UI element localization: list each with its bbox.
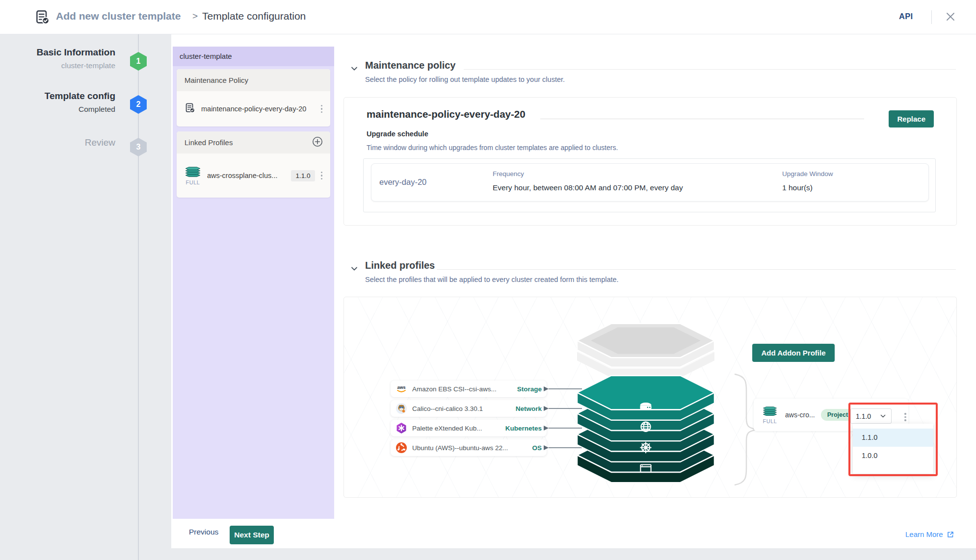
ubuntu-icon [396,442,407,454]
linked-section-chevron-icon[interactable] [350,265,358,275]
scope-label: FULL [186,179,200,185]
external-link-icon [947,531,954,538]
linked-profile-item[interactable]: FULL aws-crossplane-clus... 1.1.0 [177,153,330,198]
schedule-name: every-day-20 [379,178,426,187]
calico-icon [396,403,407,414]
maintenance-section-chevron-icon[interactable] [350,65,358,75]
step-badge-3: 3 [130,138,147,156]
kebab-menu-icon[interactable] [902,411,908,423]
maintenance-policy-header: Maintenance Policy [177,69,330,91]
linked-profile-name: aws-crossplane-clus... [207,172,277,179]
maintenance-policy-detail-card: maintenance-policy-every-day-20 Replace … [343,97,957,226]
close-icon[interactable] [945,11,956,24]
layer-category: Kubernetes [505,425,542,432]
layers-icon [762,406,778,417]
policy-doc-icon [185,102,195,115]
maintenance-section-title: Maintenance policy [365,60,456,71]
version-option-1-0-0[interactable]: 1.0.0 [853,447,933,465]
frequency-value: Every hour, between 08:00 AM and 07:00 P… [493,183,683,192]
step-label: Review [15,137,115,148]
add-addon-profile-button[interactable]: Add Addon Profile [752,344,835,362]
layer-pill-os[interactable]: Ubuntu (AWS)--ubuntu-aws 22... OS [391,439,547,456]
cluster-template-panel: cluster-template Maintenance Policy main… [173,47,334,519]
frequency-label: Frequency [493,170,524,178]
header-bar: Add new cluster template > Template conf… [0,0,976,34]
selected-version: 1.1.0 [856,412,871,420]
linked-section-subtitle: Select the profiles that will be applied… [365,276,619,283]
schedule-row: every-day-20 Frequency Every hour, betwe… [371,163,929,202]
profile-scope: FULL [185,166,201,185]
breadcrumb-current: Template configuration [202,10,306,22]
version-badge: 1.1.0 [291,170,315,181]
step-badge-1: 1 [130,52,147,71]
learn-more-label: Learn More [905,530,943,538]
section-divider [437,269,956,270]
maintenance-policy-item[interactable]: maintenance-policy-every-day-20 [177,91,330,127]
panel-title: cluster-template [173,47,334,66]
step-basic-information[interactable]: Basic Information cluster-template [15,47,115,70]
step-label: Basic Information [15,47,115,58]
header-divider [931,10,932,24]
version-option-1-1-0[interactable]: 1.1.0 [853,429,933,447]
layer-pill-kubernetes[interactable]: Palette eXtended Kub... Kubernetes [391,420,547,436]
replace-button[interactable]: Replace [889,110,934,127]
layer-name: Palette eXtended Kub... [412,425,482,432]
layer-pill-network[interactable]: Calico--cni-calico 3.30.1 Network [391,400,547,417]
schedule-box: every-day-20 Frequency Every hour, betwe… [363,158,936,212]
breadcrumb-parent[interactable]: Add new cluster template [56,10,181,22]
layer-name: Ubuntu (AWS)--ubuntu-aws 22... [412,444,508,452]
layer-category: Storage [517,385,542,393]
linked-profiles-card: Linked Profiles FULL aws-crossplane-clus… [177,131,330,198]
step-sublabel: Completed [15,105,115,114]
policy-name: maintenance-policy-every-day-20 [201,105,306,113]
kebab-menu-icon[interactable] [319,170,325,182]
linked-profiles-header-label: Linked Profiles [185,138,233,147]
policy-title-divider [540,119,864,119]
learn-more-link[interactable]: Learn More [905,530,954,538]
cluster-stack-illustration [575,322,717,485]
step-label: Template config [15,91,115,102]
upgrade-schedule-title: Upgrade schedule [367,130,428,138]
step-badge-2: 2 [130,95,147,114]
upgrade-window-value: 1 hour(s) [782,183,813,192]
aws-icon: aws [396,383,407,395]
scope-label: FULL [763,418,777,424]
maintenance-section-subtitle: Select the policy for rolling out templa… [365,76,565,83]
previous-button[interactable]: Previous [189,528,218,536]
kebab-menu-icon[interactable] [319,103,325,115]
upgrade-window-label: Upgrade Window [782,170,833,178]
layers-icon [185,166,201,178]
add-profile-plus-icon[interactable] [312,136,323,149]
svg-text:aws: aws [397,385,405,390]
section-divider [464,69,956,70]
upgrade-schedule-description: Time window during which upgrades from c… [367,144,618,152]
maintenance-policy-card: Maintenance Policy maintenance-policy-ev… [177,69,330,127]
kubernetes-wheel-icon [640,442,651,453]
next-step-button[interactable]: Next Step [230,526,274,544]
storage-icon [640,403,651,409]
pxk-icon [396,422,407,434]
step-template-config[interactable]: Template config Completed [15,91,115,114]
layer-name: Amazon EBS CSI--csi-aws... [412,385,497,393]
chevron-down-icon [880,413,886,419]
api-link[interactable]: API [899,12,913,21]
profile-scope: FULL [762,406,778,424]
linked-profiles-visualization-card: aws Amazon EBS CSI--csi-aws... Storage C… [343,297,957,498]
version-dropdown-menu: 1.1.0 1.0.0 [853,424,933,474]
step-review[interactable]: Review [15,137,115,148]
layer-name: Calico--cni-calico 3.30.1 [412,405,483,412]
layer-category: OS [532,444,542,452]
project-badge: Project [821,409,854,421]
step-sublabel: cluster-template [15,61,115,70]
version-select[interactable]: 1.1.0 [850,408,892,424]
layer-category: Network [516,405,542,412]
policy-detail-name: maintenance-policy-every-day-20 [367,108,526,120]
profile-name: aws-cro... [785,411,815,419]
layer-pill-storage[interactable]: aws Amazon EBS CSI--csi-aws... Storage [391,381,547,397]
add-cluster-template-modal: Add new cluster template > Template conf… [0,0,976,560]
cluster-template-doc-icon [34,9,50,27]
breadcrumb-separator: > [192,11,198,22]
linked-section-title: Linked profiles [365,260,435,271]
linked-profiles-header: Linked Profiles [177,131,330,153]
